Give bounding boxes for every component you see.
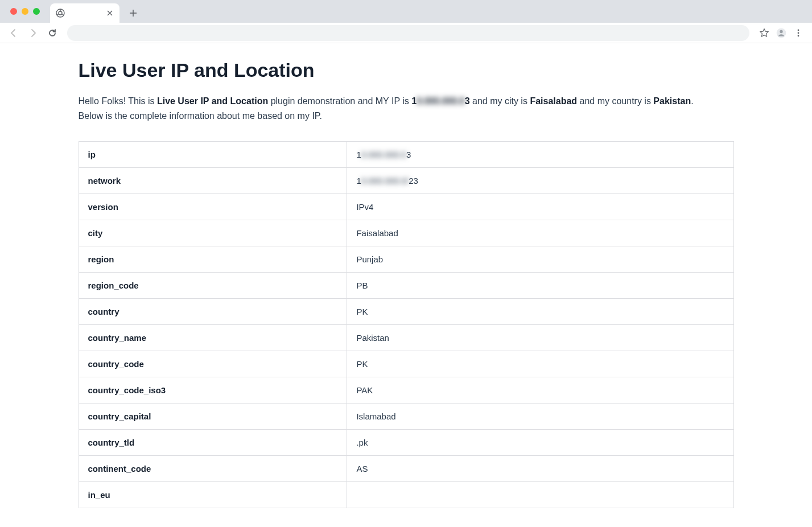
svg-point-12: [798, 32, 799, 34]
new-tab-button[interactable]: [125, 5, 141, 21]
row-value: Punjab: [347, 246, 733, 273]
chrome-favicon-icon: [56, 9, 65, 18]
intro-city: Faisalabad: [530, 96, 577, 106]
row-key: country_capital: [79, 404, 347, 430]
intro-line2: Below is the complete information about …: [79, 111, 322, 121]
forward-button[interactable]: [25, 25, 41, 41]
window-close-button[interactable]: [10, 8, 17, 15]
row-key: region: [79, 246, 347, 273]
table-row: versionIPv4: [79, 194, 733, 220]
row-key: country_name: [79, 325, 347, 351]
row-key: country: [79, 299, 347, 325]
content-container: Live User IP and Location Hello Folks! T…: [79, 59, 734, 508]
row-key: ip: [79, 142, 347, 168]
svg-point-11: [798, 29, 799, 31]
bookmark-button[interactable]: [756, 25, 772, 41]
row-key: region_code: [79, 273, 347, 299]
intro-text: and my city is: [470, 96, 530, 106]
row-value: AS: [347, 456, 733, 482]
menu-button[interactable]: [790, 25, 806, 41]
profile-button[interactable]: [773, 25, 789, 41]
address-bar[interactable]: [67, 25, 749, 41]
row-value: .pk: [347, 430, 733, 456]
intro-text: plugin demonstration and MY IP is: [268, 96, 411, 106]
svg-line-4: [62, 14, 64, 15]
row-value: 10.000.000.03: [347, 142, 733, 168]
row-key: city: [79, 220, 347, 246]
intro-plugin-name: Live User IP and Location: [157, 96, 268, 106]
svg-point-10: [780, 30, 782, 32]
table-row: in_eu: [79, 482, 733, 508]
page-viewport: Live User IP and Location Hello Folks! T…: [0, 43, 812, 527]
browser-toolbar: [0, 23, 812, 43]
intro-text: and my country is: [577, 96, 653, 106]
window-controls: [10, 8, 40, 15]
row-key: continent_code: [79, 456, 347, 482]
table-row: regionPunjab: [79, 246, 733, 273]
back-button[interactable]: [6, 25, 22, 41]
table-row: country_namePakistan: [79, 325, 733, 351]
window-minimize-button[interactable]: [22, 8, 28, 15]
intro-country: Pakistan: [653, 96, 691, 106]
row-value: IPv4: [347, 194, 733, 220]
row-value: PK: [347, 351, 733, 377]
reload-button[interactable]: [44, 25, 60, 41]
intro-paragraph: Hello Folks! This is Live User IP and Lo…: [79, 94, 734, 123]
row-key: country_tld: [79, 430, 347, 456]
row-value: Faisalabad: [347, 220, 733, 246]
row-value: Pakistan: [347, 325, 733, 351]
page-title: Live User IP and Location: [79, 59, 734, 81]
tab-close-button[interactable]: [106, 9, 114, 17]
intro-text: Hello Folks! This is: [79, 96, 157, 106]
table-row: network10.000.000.0/23: [79, 168, 733, 194]
svg-point-1: [59, 11, 62, 15]
table-row: country_capitalIslamabad: [79, 404, 733, 430]
window-maximize-button[interactable]: [33, 8, 40, 15]
row-value: PK: [347, 299, 733, 325]
row-value: 10.000.000.0/23: [347, 168, 733, 194]
row-value: [347, 482, 733, 508]
table-row: region_codePB: [79, 273, 733, 299]
intro-text: .: [691, 96, 693, 106]
svg-point-13: [798, 35, 799, 36]
intro-ip: 10.000.000.03: [411, 96, 469, 106]
table-row: country_code_iso3PAK: [79, 377, 733, 404]
svg-line-3: [57, 14, 59, 15]
browser-tab-strip: [0, 0, 812, 23]
browser-tab[interactable]: [50, 3, 119, 23]
row-key: version: [79, 194, 347, 220]
row-key: in_eu: [79, 482, 347, 508]
row-key: network: [79, 168, 347, 194]
row-value: PB: [347, 273, 733, 299]
row-key: country_code: [79, 351, 347, 377]
table-row: country_codePK: [79, 351, 733, 377]
table-row: country_tld.pk: [79, 430, 733, 456]
table-row: cityFaisalabad: [79, 220, 733, 246]
row-value: Islamabad: [347, 404, 733, 430]
row-key: country_code_iso3: [79, 377, 347, 404]
row-value: PAK: [347, 377, 733, 404]
table-row: continent_codeAS: [79, 456, 733, 482]
table-row: ip10.000.000.03: [79, 142, 733, 168]
table-row: countryPK: [79, 299, 733, 325]
ip-info-table: ip10.000.000.03network10.000.000.0/23ver…: [79, 141, 734, 508]
